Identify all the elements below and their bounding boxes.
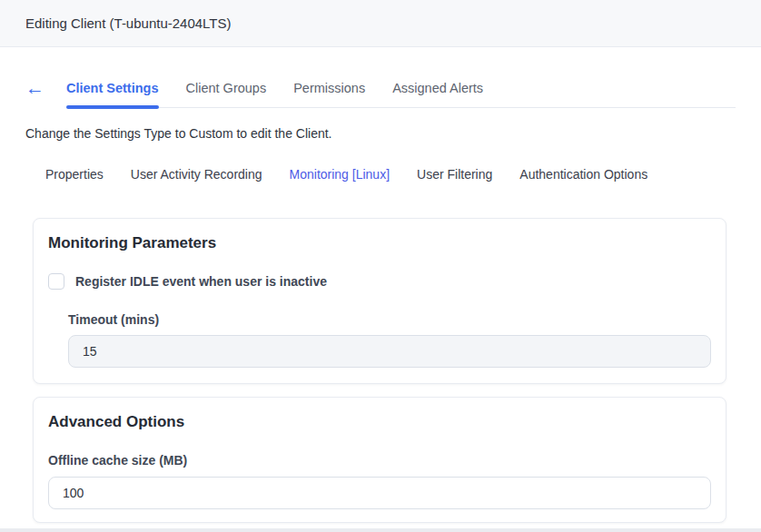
- offline-cache-input[interactable]: [48, 477, 711, 509]
- settings-readonly-notice: Change the Settings Type to Custom to ed…: [25, 126, 736, 141]
- advanced-options-title: Advanced Options: [48, 412, 711, 432]
- settings-subtab-bar: Properties User Activity Recording Monit…: [45, 167, 736, 182]
- tab-permissions[interactable]: Permissions: [293, 81, 365, 107]
- window-header: Editing Client (T-ubuntu-2404LTS): [0, 0, 761, 47]
- idle-event-label: Register IDLE event when user is inactiv…: [75, 273, 327, 290]
- timeout-input: [68, 335, 711, 368]
- subtab-monitoring-linux[interactable]: Monitoring [Linux]: [290, 167, 390, 182]
- subtab-properties[interactable]: Properties: [45, 167, 104, 182]
- tab-assigned-alerts[interactable]: Assigned Alerts: [392, 81, 483, 107]
- tab-client-settings[interactable]: Client Settings: [66, 81, 159, 107]
- subtab-user-filtering[interactable]: User Filtering: [417, 167, 492, 182]
- back-arrow-icon[interactable]: ←: [25, 78, 44, 108]
- page-background-strip: [0, 528, 761, 532]
- offline-cache-label: Offline cache size (MB): [48, 452, 711, 468]
- tab-client-groups[interactable]: Client Groups: [186, 81, 267, 107]
- main-tabs: Client Settings Client Groups Permission…: [66, 81, 736, 108]
- subtab-user-activity-recording[interactable]: User Activity Recording: [131, 167, 262, 182]
- idle-event-row: Register IDLE event when user is inactiv…: [48, 273, 711, 290]
- monitoring-parameters-title: Monitoring Parameters: [48, 233, 711, 253]
- timeout-field-group: Timeout (mins): [68, 311, 711, 368]
- advanced-options-card: Advanced Options Offline cache size (MB): [33, 397, 726, 523]
- idle-event-checkbox[interactable]: [48, 273, 64, 290]
- subtab-authentication-options[interactable]: Authentication Options: [519, 167, 647, 182]
- monitoring-parameters-card: Monitoring Parameters Register IDLE even…: [33, 218, 726, 384]
- main-tab-bar: ← Client Settings Client Groups Permissi…: [25, 78, 736, 108]
- page-title: Editing Client (T-ubuntu-2404LTS): [25, 15, 232, 31]
- timeout-label: Timeout (mins): [68, 311, 711, 328]
- cache-field-group: Offline cache size (MB): [48, 452, 711, 509]
